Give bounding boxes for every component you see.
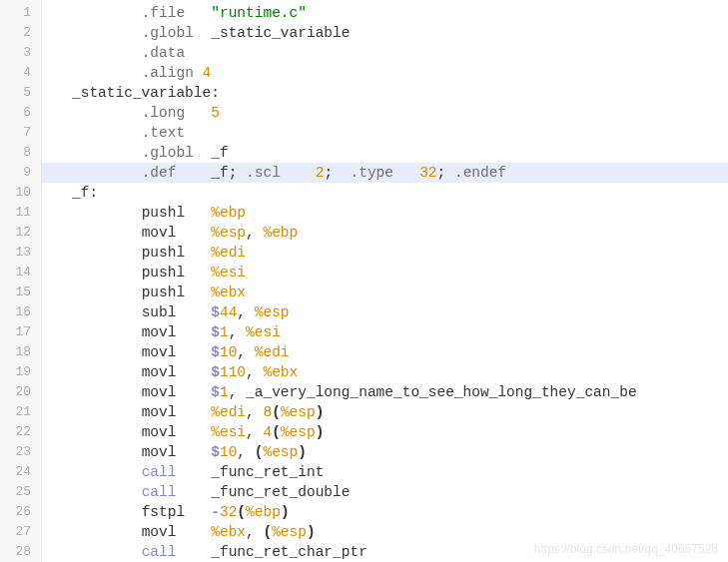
- token-paren: (: [263, 524, 272, 540]
- token-reg: %esp: [263, 444, 298, 460]
- token-id: ,: [237, 444, 254, 460]
- code-line[interactable]: movl $110, %ebx: [42, 362, 728, 382]
- code-line[interactable]: pushl %ebp: [42, 203, 728, 223]
- token-reg: %esp: [272, 524, 307, 540]
- code-line[interactable]: .align 4: [42, 63, 728, 83]
- code-line[interactable]: movl $10, (%esp): [42, 442, 728, 462]
- token-reg: %ebp: [246, 504, 281, 520]
- token-id: _static_variable: [211, 25, 350, 41]
- token-inst: fstpl: [142, 504, 186, 520]
- line-number: 21: [0, 402, 41, 422]
- token-reg: %edi: [255, 344, 290, 360]
- token-reg: %edi: [211, 245, 246, 261]
- token-id: ;: [324, 165, 350, 181]
- code-line[interactable]: call _func_ret_int: [42, 462, 728, 482]
- code-line[interactable]: pushl %ebx: [42, 282, 728, 302]
- token-label: _static_variable:: [72, 85, 220, 101]
- token-paren: ): [298, 444, 307, 460]
- token-inst: movl: [142, 524, 177, 540]
- token-id: , _a_very_long_name_to_see_how_long_they…: [229, 384, 637, 400]
- code-line[interactable]: _f:: [42, 183, 728, 203]
- token-dir: .text: [142, 125, 186, 141]
- token-paren: (: [272, 404, 281, 420]
- code-line[interactable]: subl $44, %esp: [42, 302, 728, 322]
- code-line[interactable]: .def _f; .scl 2; .type 32; .endef: [42, 163, 728, 183]
- code-line[interactable]: _static_variable:: [42, 83, 728, 103]
- line-number: 12: [0, 223, 41, 243]
- line-number: 27: [0, 522, 41, 542]
- token-paren: (: [272, 424, 281, 440]
- token-id: ,: [246, 364, 263, 380]
- token-inst: movl: [142, 404, 177, 420]
- code-line[interactable]: fstpl -32(%ebp): [42, 502, 728, 522]
- code-line[interactable]: .long 5: [42, 103, 728, 123]
- code-line[interactable]: movl $1, %esi: [42, 322, 728, 342]
- line-number: 22: [0, 422, 41, 442]
- token-id: ,: [246, 225, 263, 241]
- token-num: 4: [263, 424, 272, 440]
- token-imm: $: [211, 304, 220, 320]
- token-inst: pushl: [142, 265, 186, 281]
- line-number: 20: [0, 382, 41, 402]
- line-number: 7: [0, 123, 41, 143]
- token-immn: 44: [220, 304, 237, 320]
- code-line[interactable]: movl %esi, 4(%esp): [42, 422, 728, 442]
- token-num: 32: [419, 165, 436, 181]
- token-imm: $: [211, 344, 220, 360]
- token-label: _f:: [72, 185, 98, 201]
- token-imm: $: [211, 444, 220, 460]
- code-line[interactable]: movl %esp, %ebp: [42, 223, 728, 243]
- token-immn: 1: [220, 384, 229, 400]
- code-line[interactable]: .text: [42, 123, 728, 143]
- code-line[interactable]: pushl %edi: [42, 243, 728, 263]
- token-inst: movl: [142, 424, 177, 440]
- code-line[interactable]: .file "runtime.c": [42, 3, 728, 23]
- token-id: _f: [211, 165, 228, 181]
- token-dir: .type: [351, 165, 394, 181]
- code-line[interactable]: .data: [42, 43, 728, 63]
- line-number: 26: [0, 502, 41, 522]
- code-line[interactable]: movl %edi, 8(%esp): [42, 402, 728, 422]
- code-line[interactable]: .globl _static_variable: [42, 23, 728, 43]
- code-line[interactable]: call _func_ret_double: [42, 482, 728, 502]
- code-line[interactable]: movl %ebx, (%esp): [42, 522, 728, 542]
- token-str: "runtime.c": [211, 5, 307, 21]
- token-reg: %ebp: [263, 225, 298, 241]
- line-number: 15: [0, 282, 41, 302]
- code-editor: 1234567891011121314151617181920212223242…: [0, 0, 728, 562]
- code-line[interactable]: .globl _f: [42, 143, 728, 163]
- token-dir: .data: [142, 45, 186, 61]
- line-number: 17: [0, 322, 41, 342]
- code-line[interactable]: pushl %esi: [42, 263, 728, 282]
- token-immn: 110: [220, 364, 246, 380]
- code-area[interactable]: .file "runtime.c" .globl _static_variabl…: [42, 0, 728, 562]
- token-inst: movl: [142, 384, 177, 400]
- token-paren: ): [281, 504, 290, 520]
- token-reg: %edi: [211, 404, 246, 420]
- token-inst: movl: [142, 444, 177, 460]
- token-dir: .globl: [142, 145, 194, 161]
- code-line[interactable]: movl $1, _a_very_long_name_to_see_how_lo…: [42, 382, 728, 402]
- watermark: https://blog.csdn.net/qq_40657528: [534, 542, 718, 556]
- line-number: 19: [0, 362, 41, 382]
- token-reg: %ebx: [263, 364, 298, 380]
- token-reg: %esi: [246, 324, 281, 340]
- code-line[interactable]: movl $10, %edi: [42, 342, 728, 362]
- token-inst: pushl: [142, 284, 186, 300]
- token-immn: 10: [220, 344, 237, 360]
- token-id: ,: [246, 524, 263, 540]
- line-number: 13: [0, 243, 41, 263]
- token-inst: pushl: [142, 245, 186, 261]
- line-number: 28: [0, 542, 41, 562]
- token-call: call: [142, 464, 177, 480]
- token-id: ;: [437, 165, 454, 181]
- token-reg: %esi: [211, 424, 246, 440]
- token-inst: pushl: [142, 205, 186, 221]
- line-number: 25: [0, 482, 41, 502]
- token-num: 4: [203, 65, 212, 81]
- token-inst: subl: [142, 304, 177, 320]
- token-immn: 32: [220, 504, 237, 520]
- token-call: call: [142, 544, 177, 560]
- token-paren: ): [316, 404, 325, 420]
- token-id: ,: [237, 344, 254, 360]
